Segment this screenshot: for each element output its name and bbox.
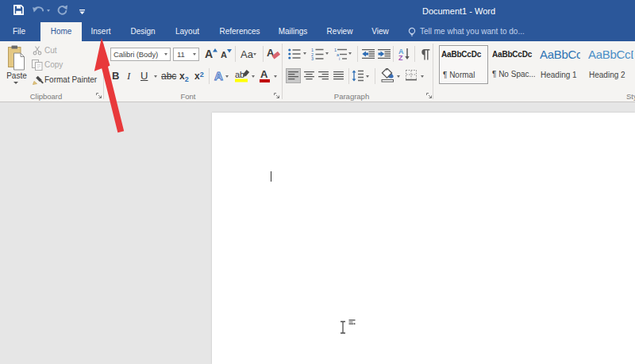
svg-text:Z: Z xyxy=(398,54,403,60)
svg-text:3: 3 xyxy=(311,56,314,60)
svg-text:i: i xyxy=(339,56,340,60)
svg-text:A: A xyxy=(214,69,223,82)
